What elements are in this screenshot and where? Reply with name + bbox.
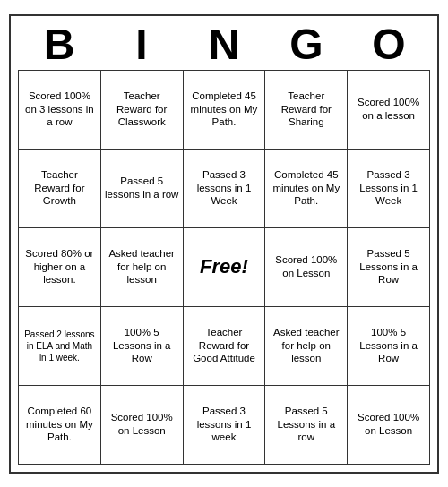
cell-6: Passed 5 lessons in a row — [101, 150, 184, 228]
cell-24: Scored 100% on Lesson — [348, 386, 430, 465]
bingo-header: BINGO — [18, 23, 430, 66]
cell-17: Teacher Reward for Good Attitude — [184, 307, 266, 386]
cell-4: Scored 100% on a lesson — [348, 71, 430, 150]
cell-21: Scored 100% on Lesson — [101, 386, 184, 465]
bingo-grid: Scored 100% on 3 lessons in a rowTeacher… — [18, 70, 430, 465]
free-cell: Free! — [184, 228, 266, 307]
cell-5: Teacher Reward for Growth — [19, 150, 101, 228]
cell-13: Scored 100% on Lesson — [265, 228, 348, 307]
header-letter-G: G — [268, 23, 345, 66]
cell-20: Completed 60 minutes on My Path. — [19, 386, 101, 465]
bingo-card: BINGO Scored 100% on 3 lessons in a rowT… — [9, 14, 439, 474]
cell-16: 100% 5 Lessons in a Row — [101, 307, 184, 386]
cell-22: Passed 3 lessons in 1 week — [184, 386, 266, 465]
cell-10: Scored 80% or higher on a lesson. — [19, 228, 101, 307]
header-letter-O: O — [350, 23, 427, 66]
cell-18: Asked teacher for help on lesson — [265, 307, 348, 386]
cell-7: Passed 3 lessons in 1 Week — [184, 150, 266, 228]
cell-14: Passed 5 Lessons in a Row — [348, 228, 430, 307]
cell-11: Asked teacher for help on lesson — [101, 228, 184, 307]
cell-1: Teacher Reward for Classwork — [101, 71, 184, 150]
cell-23: Passed 5 Lessons in a row — [265, 386, 348, 465]
header-letter-N: N — [185, 23, 263, 66]
header-letter-I: I — [103, 23, 180, 66]
cell-9: Passed 3 Lessons in 1 Week — [348, 150, 430, 228]
cell-19: 100% 5 Lessons in a Row — [348, 307, 430, 386]
cell-3: Teacher Reward for Sharing — [265, 71, 348, 150]
header-letter-B: B — [21, 23, 98, 66]
cell-8: Completed 45 minutes on My Path. — [265, 150, 348, 228]
cell-15: Passed 2 lessons in ELA and Math in 1 we… — [19, 307, 101, 386]
cell-0: Scored 100% on 3 lessons in a row — [19, 71, 101, 150]
cell-2: Completed 45 minutes on My Path. — [184, 71, 266, 150]
